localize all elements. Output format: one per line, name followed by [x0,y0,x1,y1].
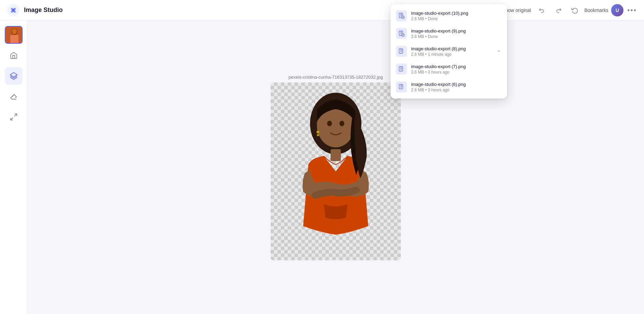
file-meta-8: 2.6 MB • 1 minute ago [411,52,492,57]
refresh-button[interactable] [569,5,580,16]
user-avatar[interactable]: U [611,4,623,16]
export-history-dropdown: image-studio-export (10).png 2.6 MB • Do… [391,4,507,99]
svg-rect-28 [399,84,403,89]
canvas-wrapper: pexels-cristina-cunha-716313735-18272032… [271,75,401,260]
sidebar-item-expand[interactable] [5,108,23,126]
file-info-10: image-studio-export (10).png 2.6 MB • Do… [411,11,501,21]
image-container [271,82,401,260]
svg-rect-27 [399,67,403,71]
person-figure [271,82,401,260]
chevron-down-icon [496,49,501,54]
file-meta-6: 2.6 MB • 3 hours ago [411,88,501,92]
app-logo [7,4,20,17]
file-name-10: image-studio-export (10).png [411,11,501,16]
svg-point-18 [317,131,319,133]
export-item-9[interactable]: image-studio-export (9).png 2.6 MB • Don… [391,25,507,42]
file-name-6: image-studio-export (6).png [411,82,501,87]
file-name-8: image-studio-export (8).png [411,46,492,51]
file-name-7: image-studio-export (7).png [411,64,501,69]
svg-point-17 [339,121,344,126]
svg-point-1 [12,9,15,12]
export-item-6[interactable]: image-studio-export (6).png 2.6 MB • 3 h… [391,78,507,96]
svg-point-19 [317,134,319,136]
sidebar-image-thumbnail[interactable] [5,26,23,44]
file-info-7: image-studio-export (7).png 2.6 MB • 3 h… [411,64,501,75]
svg-point-2 [628,9,629,11]
svg-rect-7 [10,35,18,43]
file-meta-9: 2.6 MB • Done [411,34,501,39]
file-icon-9 [396,28,407,39]
svg-rect-26 [399,49,403,54]
file-info-6: image-studio-export (6).png 2.6 MB • 3 h… [411,82,501,92]
header-right: Bookmarks U [584,4,637,16]
svg-line-11 [14,114,17,116]
svg-point-4 [634,9,636,11]
export-item-7[interactable]: image-studio-export (7).png 2.6 MB • 3 h… [391,60,507,78]
bookmarks-link[interactable]: Bookmarks [584,8,608,13]
file-info-8: image-studio-export (8).png 2.6 MB • 1 m… [411,46,492,57]
sidebar-item-home[interactable] [5,47,23,64]
main-canvas-area: pexels-cristina-cunha-716313735-18272032… [27,21,644,314]
svg-point-16 [327,121,332,126]
export-item-10[interactable]: image-studio-export (10).png 2.6 MB • Do… [391,7,507,25]
app-header: Image Studio ✕ Show original [0,0,644,21]
svg-line-12 [11,118,13,120]
sidebar-item-eraser[interactable] [5,88,23,105]
file-icon-8 [396,46,407,57]
file-meta-7: 2.6 MB • 3 hours ago [411,70,501,75]
file-icon-10 [396,10,407,21]
svg-line-10 [12,94,14,97]
file-meta-10: 2.6 MB • Done [411,16,501,21]
svg-point-3 [631,9,632,11]
file-info-9: image-studio-export (9).png 2.6 MB • Don… [411,28,501,39]
sidebar [0,21,27,314]
svg-point-8 [12,29,17,34]
more-menu-button[interactable] [626,5,637,16]
redo-button[interactable] [553,5,564,16]
undo-button[interactable] [536,5,547,16]
file-icon-6 [396,81,407,92]
thumbnail-preview [5,27,22,43]
svg-rect-14 [331,149,341,161]
export-item-8[interactable]: image-studio-export (8).png 2.6 MB • 1 m… [391,42,507,60]
image-filename: pexels-cristina-cunha-716313735-18272032… [288,75,383,80]
file-name-9: image-studio-export (9).png [411,28,501,34]
sidebar-item-layers[interactable] [5,67,23,85]
app-title: Image Studio [24,6,63,14]
file-icon-7 [396,64,407,75]
